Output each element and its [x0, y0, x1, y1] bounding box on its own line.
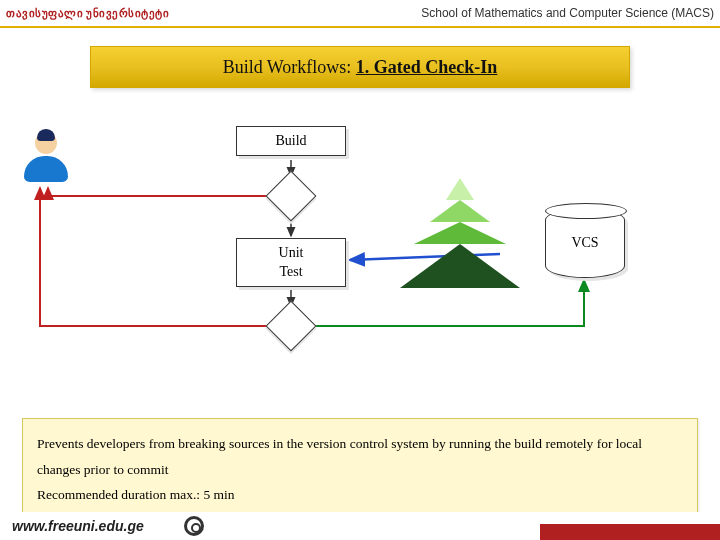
- title-main: 1. Gated Check-In: [356, 57, 498, 77]
- build-label: Build: [275, 133, 306, 148]
- description-line-2: Recommended duration max.: 5 min: [37, 482, 683, 508]
- footer-stripe: [540, 524, 720, 540]
- unit-label-1: Unit: [237, 245, 345, 261]
- workflow-diagram: Build Unit Test VCS: [0, 88, 720, 418]
- decision-diamond-1: [266, 171, 317, 222]
- university-name: თავისუფალი უნივერსიტეტი: [6, 7, 169, 20]
- decision-diamond-2: [266, 301, 317, 352]
- developer-icon: [20, 132, 72, 188]
- description-note: Prevents developers from breaking source…: [22, 418, 698, 521]
- slide-title: Build Workflows: 1. Gated Check-In: [223, 57, 498, 78]
- slide-title-bar: Build Workflows: 1. Gated Check-In: [90, 46, 630, 88]
- vcs-cylinder: VCS: [545, 208, 625, 278]
- unit-label-2: Test: [237, 264, 345, 280]
- description-line-1: Prevents developers from breaking source…: [37, 431, 683, 482]
- unit-test-box: Unit Test: [236, 238, 346, 287]
- title-prefix: Build Workflows:: [223, 57, 356, 77]
- school-name: School of Mathematics and Computer Scien…: [421, 6, 714, 20]
- top-header: თავისუფალი უნივერსიტეტი School of Mathem…: [0, 0, 720, 28]
- footer-url: www.freeuni.edu.ge: [12, 518, 144, 534]
- test-pyramid-icon: [400, 178, 520, 288]
- build-step-box: Build: [236, 126, 346, 156]
- footer: www.freeuni.edu.ge: [0, 512, 720, 540]
- footer-logo-icon: [184, 516, 204, 536]
- vcs-label: VCS: [546, 235, 624, 251]
